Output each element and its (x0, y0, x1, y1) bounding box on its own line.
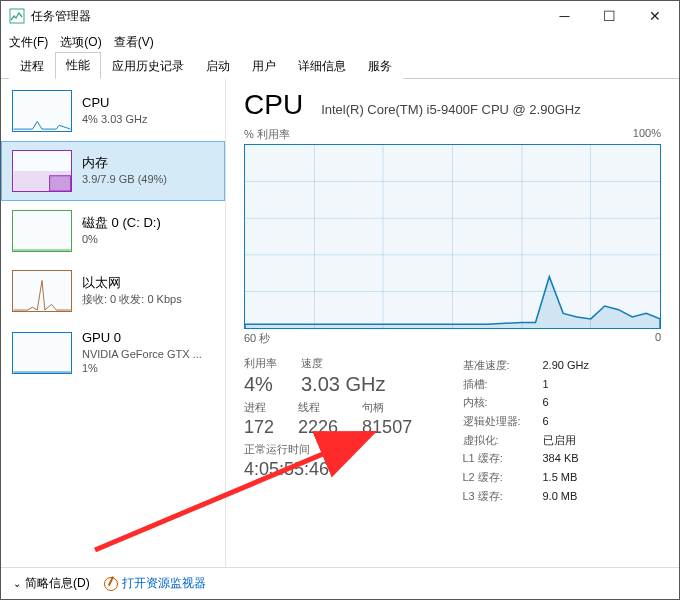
footer: ⌄简略信息(D) 打开资源监视器 (1, 567, 679, 599)
chart-x-left: 60 秒 (244, 331, 270, 346)
info-key: L3 缓存: (463, 487, 543, 506)
sidebar-item-disk[interactable]: 磁盘 0 (C: D:)0% (1, 201, 225, 261)
sidebar-item-sub: 接收: 0 收发: 0 Kbps (82, 292, 182, 306)
cpu-thumb-icon (12, 90, 72, 132)
sidebar-item-sub: 0% (82, 232, 161, 246)
svg-rect-2 (50, 176, 71, 191)
sidebar-item-ethernet[interactable]: 以太网接收: 0 收发: 0 Kbps (1, 261, 225, 321)
window-title: 任务管理器 (31, 8, 542, 25)
sidebar-item-sub2: 1% (82, 361, 202, 375)
info-key: L2 缓存: (463, 468, 543, 487)
detail-pane: CPU Intel(R) Core(TM) i5-9400F CPU @ 2.9… (226, 79, 679, 567)
info-key: 基准速度: (463, 356, 543, 375)
speed-value: 3.03 GHz (301, 373, 385, 396)
close-button[interactable]: ✕ (632, 1, 677, 31)
sidebar-item-label: GPU 0 (82, 330, 202, 347)
util-value: 4% (244, 373, 277, 396)
stats-left: 利用率4% 速度3.03 GHz 进程172 线程2226 句柄81507 正常… (244, 356, 443, 506)
chart-y-max: 100% (633, 127, 661, 142)
tab-services[interactable]: 服务 (357, 53, 403, 79)
sidebar-item-memory[interactable]: 内存3.9/7.9 GB (49%) (1, 141, 225, 201)
info-key: L1 缓存: (463, 449, 543, 468)
info-val: 384 KB (543, 449, 579, 468)
sidebar-item-sub: 3.9/7.9 GB (49%) (82, 172, 167, 186)
sidebar: CPU4% 3.03 GHz 内存3.9/7.9 GB (49%) 磁盘 0 (… (1, 79, 226, 567)
body: CPU4% 3.03 GHz 内存3.9/7.9 GB (49%) 磁盘 0 (… (1, 79, 679, 567)
cpu-model: Intel(R) Core(TM) i5-9400F CPU @ 2.90GHz (321, 102, 581, 117)
open-resource-monitor-link[interactable]: 打开资源监视器 (104, 575, 206, 592)
tabs: 进程 性能 应用历史记录 启动 用户 详细信息 服务 (1, 53, 679, 79)
menu-view[interactable]: 查看(V) (114, 34, 154, 51)
proc-label: 进程 (244, 400, 274, 415)
menubar: 文件(F) 选项(O) 查看(V) (1, 31, 679, 53)
chevron-down-icon: ⌄ (13, 578, 21, 589)
menu-file[interactable]: 文件(F) (9, 34, 48, 51)
cpu-usage-chart[interactable] (244, 144, 661, 329)
sidebar-item-label: CPU (82, 95, 147, 112)
sidebar-item-cpu[interactable]: CPU4% 3.03 GHz (1, 81, 225, 141)
sidebar-item-label: 以太网 (82, 275, 182, 292)
tab-app-history[interactable]: 应用历史记录 (101, 53, 195, 79)
thread-value: 2226 (298, 417, 338, 438)
chart-y-label: % 利用率 (244, 127, 290, 142)
fewer-details-button[interactable]: ⌄简略信息(D) (13, 575, 90, 592)
sidebar-item-sub: 4% 3.03 GHz (82, 112, 147, 126)
uptime-value: 4:05:55:46 (244, 459, 329, 480)
info-val: 已启用 (543, 431, 576, 450)
info-val: 9.0 MB (543, 487, 578, 506)
stats-right: 基准速度:2.90 GHz 插槽:1 内核:6 逻辑处理器:6 虚拟化:已启用 … (463, 356, 662, 506)
gpu-thumb-icon (12, 332, 72, 374)
titlebar[interactable]: 任务管理器 ─ ☐ ✕ (1, 1, 679, 31)
ethernet-thumb-icon (12, 270, 72, 312)
info-val: 6 (543, 412, 549, 431)
tab-details[interactable]: 详细信息 (287, 53, 357, 79)
detail-title: CPU (244, 89, 303, 121)
proc-value: 172 (244, 417, 274, 438)
maximize-button[interactable]: ☐ (587, 1, 632, 31)
sidebar-item-label: 内存 (82, 155, 167, 172)
speed-label: 速度 (301, 356, 385, 371)
disk-thumb-icon (12, 210, 72, 252)
sidebar-item-label: 磁盘 0 (C: D:) (82, 215, 161, 232)
task-manager-window: 任务管理器 ─ ☐ ✕ 文件(F) 选项(O) 查看(V) 进程 性能 应用历史… (0, 0, 680, 600)
info-val: 1 (543, 375, 549, 394)
memory-thumb-icon (12, 150, 72, 192)
minimize-button[interactable]: ─ (542, 1, 587, 31)
sidebar-item-sub: NVIDIA GeForce GTX ... (82, 347, 202, 361)
app-icon (9, 8, 25, 24)
tab-processes[interactable]: 进程 (9, 53, 55, 79)
chart-x-right: 0 (655, 331, 661, 346)
resource-monitor-icon (104, 577, 118, 591)
info-key: 虚拟化: (463, 431, 543, 450)
uptime-label: 正常运行时间 (244, 442, 329, 457)
info-key: 插槽: (463, 375, 543, 394)
util-label: 利用率 (244, 356, 277, 371)
tab-startup[interactable]: 启动 (195, 53, 241, 79)
tab-performance[interactable]: 性能 (55, 52, 101, 79)
info-key: 逻辑处理器: (463, 412, 543, 431)
info-val: 1.5 MB (543, 468, 578, 487)
thread-label: 线程 (298, 400, 338, 415)
info-val: 2.90 GHz (543, 356, 589, 375)
menu-options[interactable]: 选项(O) (60, 34, 101, 51)
info-key: 内核: (463, 393, 543, 412)
tab-users[interactable]: 用户 (241, 53, 287, 79)
info-val: 6 (543, 393, 549, 412)
handle-label: 句柄 (362, 400, 412, 415)
handle-value: 81507 (362, 417, 412, 438)
sidebar-item-gpu[interactable]: GPU 0NVIDIA GeForce GTX ...1% (1, 321, 225, 384)
